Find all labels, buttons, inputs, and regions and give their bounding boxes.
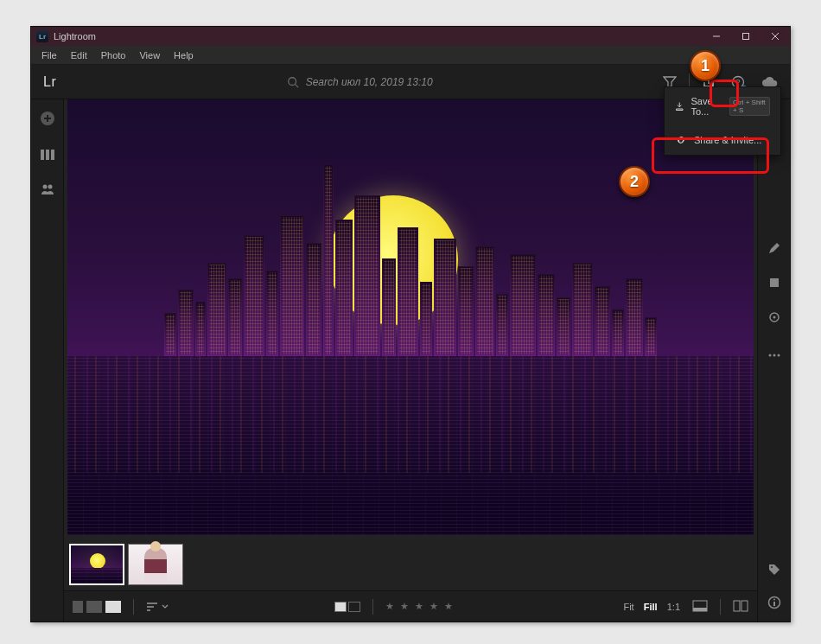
save-to-label: Save To... [691,96,723,117]
crop-button[interactable] [767,276,781,293]
toolbar-divider [133,599,134,615]
zoom-fit-button[interactable]: Fit [623,602,633,612]
link-icon [675,134,687,146]
menu-help[interactable]: Help [167,50,200,61]
svg-point-8 [42,185,47,189]
flag-reject-button[interactable] [348,602,360,612]
window-titlebar: Lr Lightroom [31,27,790,46]
download-icon [675,100,684,112]
annotation-callout-1: 1 [690,50,721,81]
share-invite-menu-item[interactable]: Share & Invite... [665,125,780,155]
left-sidebar [31,99,64,622]
window-close-button[interactable] [761,27,790,46]
right-sidebar [757,99,790,622]
save-shortcut-label: Ctrl + Shift + S [729,97,770,116]
bottom-toolbar: ★ ★ ★ ★ ★ Fit Fill 1:1 [64,590,757,622]
info-button[interactable] [767,596,781,613]
svg-point-20 [771,566,773,568]
svg-point-23 [773,599,775,601]
app-logo-icon: Lr [36,30,48,42]
toolbar-divider [720,599,721,615]
window-maximize-button[interactable] [731,27,761,46]
sort-button[interactable] [146,602,169,612]
search-placeholder: Search июл 10, 2019 13:10 [306,76,433,88]
compare-toggle-button[interactable] [733,600,748,614]
menu-edit[interactable]: Edit [64,50,94,61]
edit-button[interactable] [767,241,781,258]
zoom-controls: Fit Fill 1:1 [620,602,684,612]
svg-text:?: ? [735,78,740,86]
center-panel: ★ ★ ★ ★ ★ Fit Fill 1:1 [64,99,757,622]
zoom-1to1-button[interactable]: 1:1 [667,602,680,612]
svg-rect-22 [773,602,775,606]
svg-point-17 [768,354,771,357]
search-input[interactable]: Search июл 10, 2019 13:10 [287,76,433,88]
add-photos-button[interactable] [39,110,56,131]
menu-view[interactable]: View [132,50,167,61]
svg-rect-11 [693,608,707,611]
svg-rect-6 [46,150,49,160]
grid-view-button[interactable] [86,601,102,613]
keywords-button[interactable] [767,563,781,580]
svg-rect-5 [41,150,44,160]
more-button[interactable] [767,345,781,360]
svg-point-1 [288,77,296,85]
photo-canvas[interactable] [64,99,757,539]
svg-point-9 [48,185,52,189]
single-view-button[interactable] [105,601,121,613]
thumbnail-1[interactable] [69,544,124,585]
search-icon [287,76,299,88]
toolbar-divider [372,599,373,615]
svg-rect-7 [51,150,54,160]
heal-button[interactable] [767,310,781,328]
rating-stars[interactable]: ★ ★ ★ ★ ★ [385,601,455,612]
svg-point-16 [773,316,775,319]
svg-rect-14 [770,278,779,287]
window-minimize-button[interactable] [702,27,731,46]
svg-rect-13 [741,601,748,611]
filmstrip [64,539,757,590]
flag-pick-button[interactable] [334,602,347,612]
share-dropdown: Save To... Ctrl + Shift + S Share & Invi… [664,86,781,156]
svg-rect-0 [743,34,749,40]
share-invite-label: Share & Invite... [694,135,761,145]
zoom-fill-button[interactable]: Fill [644,602,658,612]
svg-point-19 [777,354,780,357]
svg-point-18 [773,354,775,357]
grid-view-small-button[interactable] [73,601,83,613]
save-to-menu-item[interactable]: Save To... Ctrl + Shift + S [665,87,780,125]
annotation-callout-2: 2 [619,166,650,197]
menu-photo[interactable]: Photo [94,50,133,61]
my-photos-button[interactable] [40,148,55,165]
menu-bar: File Edit Photo View Help [31,46,790,65]
filmstrip-toggle-button[interactable] [692,600,708,614]
chevron-down-icon [162,603,169,610]
svg-rect-12 [734,601,740,611]
menu-file[interactable]: File [35,50,64,61]
window-title: Lightroom [54,31,96,41]
brand-logo: Lr [43,74,56,90]
thumbnail-2[interactable] [128,544,183,585]
sharing-button[interactable] [40,182,55,200]
